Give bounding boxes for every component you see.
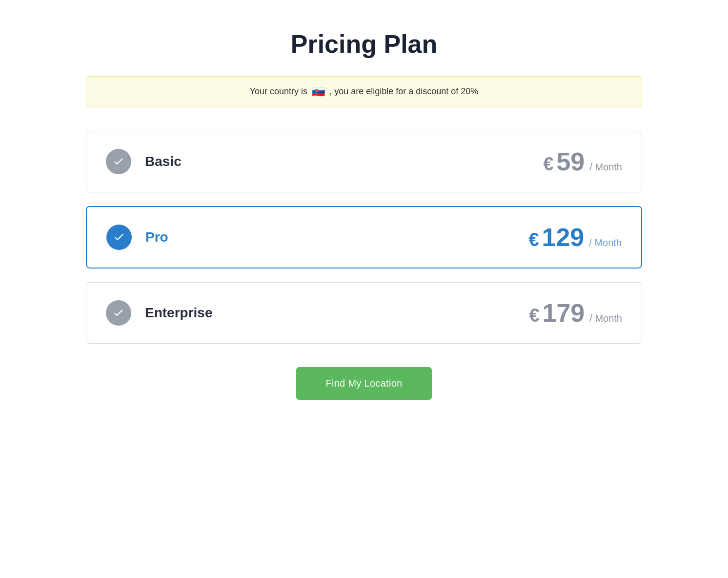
price-amount-basic: 59: [556, 147, 585, 176]
plan-icon-basic: [106, 149, 131, 174]
price-amount-pro: 129: [542, 223, 585, 252]
plan-icon-enterprise: [106, 300, 131, 326]
page-title: Pricing Plan: [291, 29, 438, 59]
checkmark-icon: [113, 231, 125, 244]
plan-card-pro[interactable]: Pro € 129 / Month: [86, 206, 642, 268]
checkmark-icon: [112, 307, 125, 319]
plan-left-pro: Pro: [106, 225, 168, 250]
price-currency-pro: €: [528, 229, 539, 250]
price-currency-basic: €: [543, 154, 553, 175]
price-amount-enterprise: 179: [543, 298, 585, 328]
page-container: Pricing Plan Your country is 🇸🇰 , you ar…: [86, 29, 642, 400]
plan-left-basic: Basic: [106, 149, 182, 174]
price-currency-enterprise: €: [529, 305, 539, 326]
discount-text-before: Your country is: [250, 86, 307, 96]
plan-name-pro: Pro: [145, 229, 168, 245]
find-location-button[interactable]: Find My Location: [296, 367, 431, 400]
plan-name-basic: Basic: [145, 154, 182, 169]
price-period-basic: / Month: [589, 162, 622, 173]
plan-card-basic[interactable]: Basic € 59 / Month: [86, 131, 642, 192]
plan-price-basic: € 59 / Month: [543, 147, 622, 176]
plan-left-enterprise: Enterprise: [106, 300, 213, 326]
price-period-pro: / Month: [589, 237, 622, 248]
plans-container: Basic € 59 / Month Pro € 129 / Month: [86, 131, 642, 344]
country-flag: 🇸🇰: [312, 85, 325, 98]
plan-name-enterprise: Enterprise: [145, 305, 213, 321]
plan-card-enterprise[interactable]: Enterprise € 179 / Month: [86, 282, 642, 344]
discount-banner: Your country is 🇸🇰 , you are eligible fo…: [86, 76, 642, 107]
plan-icon-pro: [106, 225, 132, 250]
plan-price-enterprise: € 179 / Month: [529, 298, 622, 328]
price-period-enterprise: / Month: [589, 313, 622, 324]
checkmark-icon: [112, 155, 125, 168]
discount-text-after: , you are eligible for a discount of 20%: [329, 86, 478, 96]
plan-price-pro: € 129 / Month: [528, 223, 622, 252]
